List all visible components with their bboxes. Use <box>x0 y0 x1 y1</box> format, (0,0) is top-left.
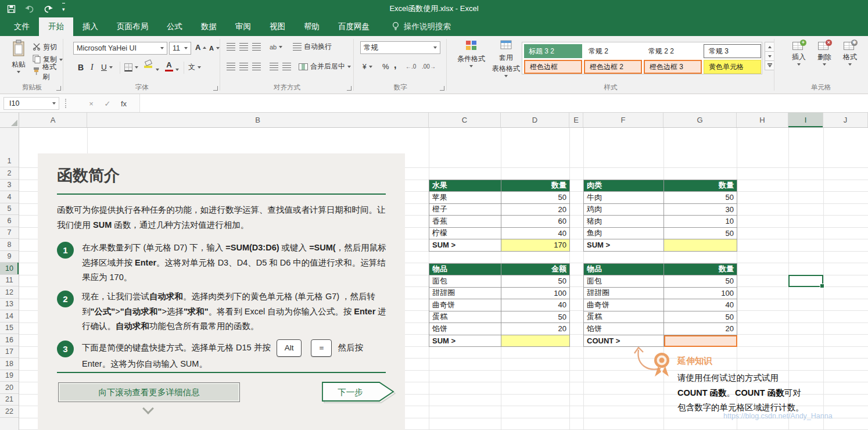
row-header-4[interactable]: 4 <box>0 191 19 203</box>
footer-label-cell[interactable]: SUM > <box>584 239 664 252</box>
font-color-button[interactable]: A <box>165 60 173 71</box>
cell[interactable]: 苹果 <box>429 192 501 204</box>
align-top-button[interactable] <box>227 41 235 52</box>
tab-view[interactable]: 视图 <box>260 17 295 36</box>
row-header-11[interactable]: 11 <box>0 275 19 287</box>
paste-button[interactable]: 粘贴 <box>6 40 31 83</box>
cell[interactable]: 10 <box>664 216 737 228</box>
cell[interactable]: 50 <box>664 228 737 240</box>
footer-value-cell[interactable]: 170 <box>501 239 570 252</box>
increase-font-size-button[interactable]: A <box>195 42 206 53</box>
insert-cells-button[interactable]: + 插入 <box>787 41 811 85</box>
enter-button[interactable]: ✓ <box>101 97 114 110</box>
row-header-17[interactable]: 17 <box>0 346 19 359</box>
column-header-E[interactable]: E <box>569 113 583 127</box>
cell[interactable]: 猪肉 <box>584 216 664 228</box>
orientation-button[interactable]: ab <box>270 41 282 52</box>
column-header-C[interactable]: C <box>429 113 501 127</box>
cell-style-yellow-cell[interactable]: 黄色单元格 <box>704 60 761 74</box>
cell[interactable]: 100 <box>501 288 570 300</box>
sheet-grid[interactable]: 函数简介 函数可为你提供执行各种任务的功能，如进行数学运算、查找值或者计算日期和… <box>19 128 868 430</box>
align-left-button[interactable] <box>227 61 235 72</box>
row-header-18[interactable]: 18 <box>0 358 19 370</box>
cell[interactable]: 鸡肉 <box>584 204 664 216</box>
column-header-G[interactable]: G <box>663 113 737 127</box>
cell[interactable]: 鱼肉 <box>584 228 664 240</box>
cell[interactable]: 曲奇饼 <box>429 299 501 311</box>
cell[interactable]: 面包 <box>584 275 664 288</box>
fill-color-caret[interactable] <box>156 64 159 75</box>
tab-insert[interactable]: 插入 <box>73 17 107 36</box>
column-header-B[interactable]: B <box>87 113 429 127</box>
dialog-launcher-icon[interactable] <box>56 86 61 91</box>
row-header-19[interactable]: 19 <box>0 370 19 382</box>
dialog-launcher-icon[interactable] <box>347 86 351 91</box>
footer-value-cell[interactable] <box>664 335 737 347</box>
row-header-14[interactable]: 14 <box>0 310 19 322</box>
cell[interactable]: 40 <box>501 228 570 240</box>
decrease-font-size-button[interactable]: A <box>209 42 220 53</box>
cell[interactable]: 甜甜圈 <box>584 288 664 300</box>
font-family-combo[interactable]: Microsoft YaHei UI <box>73 42 167 55</box>
column-header-H[interactable]: H <box>737 113 788 127</box>
cell-style-title-3-2[interactable]: 标题 3 2 <box>524 44 582 58</box>
cell-style-orange-border-3[interactable]: 橙色边框 3 <box>644 60 702 74</box>
tab-formulas[interactable]: 公式 <box>157 17 192 36</box>
tab-data[interactable]: 数据 <box>192 17 226 36</box>
cell[interactable]: 20 <box>501 204 570 216</box>
row-header-3[interactable]: 3 <box>0 180 19 192</box>
column-header-I[interactable]: I <box>788 113 823 127</box>
table-header-cell[interactable]: 数量 <box>664 264 737 276</box>
gallery-scroll-up[interactable] <box>765 42 774 52</box>
row-header-7[interactable]: 7 <box>0 227 19 239</box>
column-header-A[interactable]: A <box>19 113 87 127</box>
row-header-8[interactable]: 8 <box>0 239 19 251</box>
row-header-2[interactable]: 2 <box>0 167 19 180</box>
footer-value-cell[interactable] <box>501 335 570 347</box>
insert-function-button[interactable]: fx <box>117 97 130 110</box>
cell-style-normal-2-2[interactable]: 常规 2 2 <box>644 44 702 58</box>
format-cells-button[interactable]: ✱ 格式 <box>838 41 862 85</box>
formula-bar-drag-handle[interactable] <box>65 99 66 108</box>
table-header-cell[interactable]: 肉类 <box>584 180 664 192</box>
percent-style-button[interactable]: % <box>382 61 389 72</box>
cell-style-orange-border-2[interactable]: 橙色边框 2 <box>584 60 642 74</box>
gallery-scroll-down[interactable] <box>765 51 774 61</box>
fill-color-button[interactable] <box>144 60 152 71</box>
row-header-13[interactable]: 13 <box>0 299 19 311</box>
cell[interactable]: 50 <box>664 192 737 204</box>
footer-value-cell[interactable] <box>664 239 737 252</box>
table-header-cell[interactable]: 水果 <box>429 180 501 192</box>
row-header-16[interactable]: 16 <box>0 334 19 346</box>
dialog-launcher-icon[interactable] <box>213 86 218 91</box>
decrease-indent-button[interactable] <box>270 61 278 72</box>
column-header-J[interactable]: J <box>823 113 868 127</box>
row-header-21[interactable]: 21 <box>0 394 19 406</box>
cell[interactable]: 50 <box>664 275 737 288</box>
cell[interactable]: 曲奇饼 <box>584 299 664 311</box>
tab-review[interactable]: 审阅 <box>226 17 260 36</box>
column-header-D[interactable]: D <box>501 113 569 127</box>
align-bottom-button[interactable] <box>252 41 261 52</box>
tab-baidu-netdisk[interactable]: 百度网盘 <box>329 17 379 36</box>
table-header-cell[interactable]: 物品 <box>584 264 664 276</box>
cell-style-orange-border[interactable]: 橙色边框 <box>524 60 582 74</box>
delete-cells-button[interactable]: × 删除 <box>812 41 837 85</box>
cell[interactable]: 30 <box>664 204 737 216</box>
row-header-20[interactable]: 20 <box>0 382 19 394</box>
cell[interactable]: 50 <box>501 311 570 324</box>
cell[interactable]: 100 <box>664 288 737 300</box>
row-header-10[interactable]: 10 <box>0 263 19 275</box>
align-right-button[interactable] <box>252 61 261 72</box>
table-header-cell[interactable]: 金额 <box>501 264 570 276</box>
cell[interactable]: 蛋糕 <box>584 311 664 324</box>
scroll-more-button[interactable]: 向下滚动查看更多详细信息 <box>58 382 240 402</box>
cancel-button[interactable]: × <box>85 97 98 110</box>
italic-button[interactable]: I <box>91 62 94 73</box>
cell-style-normal-3[interactable]: 常规 3 <box>704 44 761 58</box>
cell[interactable]: 50 <box>501 275 570 288</box>
cut-button[interactable]: 剪切 <box>33 42 57 53</box>
table-header-cell[interactable]: 数量 <box>664 180 737 192</box>
tell-me-search[interactable]: 操作说明搜索 <box>392 17 451 36</box>
row-header-22[interactable]: 22 <box>0 406 19 418</box>
